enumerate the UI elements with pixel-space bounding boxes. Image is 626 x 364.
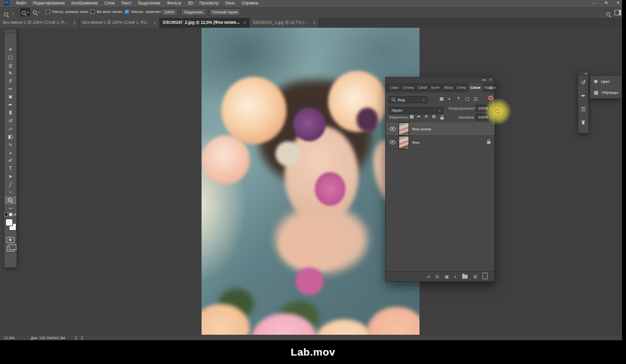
close-panel-icon[interactable]: ✕ <box>489 78 492 82</box>
close-tab-icon[interactable]: ✕ <box>153 18 156 28</box>
eyedropper-tool[interactable]: ✑ <box>4 85 16 93</box>
history-panel-icon[interactable]: ↺ <box>578 76 588 89</box>
menu-filter[interactable]: Фильтр <box>167 0 181 5</box>
tool-preset-chevron-icon[interactable]: ∨ <box>12 11 14 15</box>
close-tab-icon[interactable]: ✕ <box>73 18 76 28</box>
checkbox-icon[interactable] <box>90 9 95 14</box>
doc-tab-3-active[interactable]: DSC00247_2.jpg @ 12,5% (Фон копия, Lab/8… <box>160 18 250 28</box>
healing-brush-tool[interactable]: ✖ <box>4 93 16 101</box>
checkbox-icon[interactable] <box>46 9 50 14</box>
filter-type-layers-icon[interactable]: T <box>457 96 460 101</box>
tab-paragraph[interactable]: Абза <box>442 83 455 92</box>
menu-layers[interactable]: Слои <box>104 0 115 5</box>
marquee-tool[interactable]: ▢ <box>4 54 16 61</box>
blend-mode-dropdown[interactable]: Экран∨ <box>389 107 443 114</box>
menu-file[interactable]: Файл <box>16 0 26 5</box>
crop-tool[interactable]: # <box>4 77 16 85</box>
layers-panel-titlebar[interactable]: ◂◂ ✕ <box>386 77 494 83</box>
actual-size-button[interactable]: 100% <box>161 8 178 16</box>
close-tab-icon[interactable]: ✕ <box>313 18 316 28</box>
foreground-color-swatch[interactable] <box>5 219 13 226</box>
swap-colors-icon[interactable]: ⇄ <box>13 213 16 217</box>
workspace-switcher-icon[interactable] <box>615 10 621 15</box>
history-brush-tool[interactable]: ↺ <box>4 117 16 125</box>
filter-pixel-layers-icon[interactable]: ▦ <box>439 96 444 101</box>
quick-mask-button[interactable] <box>6 237 14 243</box>
resize-windows-checkbox[interactable]: Настр. размер окон <box>46 9 88 14</box>
menu-select[interactable]: Выделение <box>138 0 160 5</box>
lock-transparency-icon[interactable]: ▦ <box>410 114 414 119</box>
menu-image[interactable]: Изображение <box>71 0 98 5</box>
menu-help[interactable]: Справка <box>241 0 258 5</box>
color-panel-button[interactable]: ✾ Цвет <box>590 76 622 87</box>
swatches-panel-button[interactable]: ▦ Образцы <box>590 87 622 98</box>
close-tab-icon[interactable]: ✕ <box>243 18 246 28</box>
doc-tab-1[interactable]: Без имени-1 @ 100% (Слой 1, RGB/8#) * ✕ <box>0 18 79 28</box>
quick-selection-tool[interactable]: ✎ <box>4 69 16 77</box>
lock-paint-icon[interactable]: ✒ <box>417 114 421 119</box>
panel-menu-icon[interactable]: ≣ <box>488 83 492 92</box>
type-tool[interactable]: T <box>4 165 16 173</box>
fit-screen-button[interactable]: Подогнать <box>181 8 207 16</box>
link-layers-icon[interactable]: ∞ <box>427 272 430 282</box>
add-layer-mask-icon[interactable]: ▣ <box>445 272 449 282</box>
tab-actions[interactable]: Опер <box>455 83 468 92</box>
move-tool[interactable]: ✛ <box>4 46 16 54</box>
zoom-level-field[interactable]: 12,5% <box>4 336 14 340</box>
brush-settings-panel-icon[interactable]: ✒ <box>578 89 588 103</box>
eraser-tool[interactable]: ▱ <box>4 125 16 133</box>
lock-position-icon[interactable]: ✛ <box>424 114 428 119</box>
layer-style-fx-icon[interactable]: fx <box>435 272 439 282</box>
tab-styles[interactable]: Стиль <box>401 83 416 92</box>
toolbar-grip[interactable]: ⋯ <box>4 29 16 34</box>
clone-source-panel-icon[interactable]: ♜ <box>578 116 588 129</box>
zoom-out-button[interactable]: − <box>31 8 41 16</box>
filter-adjustment-layers-icon[interactable]: ◐ <box>448 96 451 101</box>
tool-presets-panel-icon[interactable]: ☰ <box>578 103 588 116</box>
new-layer-icon[interactable]: ⊞ <box>473 272 477 282</box>
doc-tab-2[interactable]: Без имени-1 @ 100% (Слой 1, RGB/8#) * ✕ <box>79 18 160 28</box>
layer-thumbnail[interactable] <box>399 122 409 136</box>
screen-mode-button[interactable] <box>7 246 14 251</box>
menu-type[interactable]: Текст <box>121 0 132 5</box>
lock-artboard-icon[interactable]: ⊞ <box>432 114 436 119</box>
lasso-tool[interactable]: ϱ <box>4 61 16 69</box>
default-colors-icon[interactable]: ⇄ <box>4 212 16 217</box>
doc-tab-4[interactable]: DSC00247_2.jpg @ 16,7% (RGB/8) * ✕ <box>250 18 319 28</box>
menu-window[interactable]: Окно <box>225 0 235 5</box>
pen-tool[interactable]: ✐ <box>4 157 16 165</box>
brush-tool[interactable]: ✒ <box>4 101 16 109</box>
filter-type-dropdown[interactable]: Вид ∨ <box>389 96 427 103</box>
status-next-icon[interactable]: ❯ <box>74 336 77 340</box>
menu-3d[interactable]: 3D <box>188 0 193 5</box>
more-tools-button[interactable]: ••• <box>4 204 16 212</box>
filter-shape-layers-icon[interactable]: ▢ <box>465 96 470 101</box>
fill-screen-button[interactable]: Полный экран <box>209 8 240 16</box>
smudge-tool[interactable]: ∿ <box>4 141 16 149</box>
lock-all-icon[interactable] <box>440 117 444 120</box>
menu-view[interactable]: Просмотр <box>200 0 219 5</box>
close-button[interactable]: ✕ <box>614 0 623 6</box>
filter-smart-objects-icon[interactable]: ◱ <box>474 96 478 101</box>
layer-row-fon[interactable]: Фон <box>386 136 494 149</box>
layer-thumbnail[interactable] <box>399 136 409 149</box>
canvas-pasteboard[interactable] <box>0 28 622 335</box>
clone-stamp-tool[interactable]: ♜ <box>4 109 16 117</box>
path-selection-tool[interactable]: ➤ <box>4 173 16 181</box>
adjustment-layer-icon[interactable]: ◐ <box>454 272 457 282</box>
new-group-icon[interactable] <box>462 275 468 279</box>
tab-links[interactable]: Связ <box>388 83 401 92</box>
zoom-tool-selected[interactable] <box>4 196 16 204</box>
restore-button[interactable]: ⧉ <box>602 0 611 6</box>
dodge-tool[interactable]: ◒ <box>4 149 16 157</box>
tab-paths[interactable]: Конт <box>429 83 442 92</box>
checkbox-checked-icon[interactable] <box>125 9 129 14</box>
foreground-background-swatches[interactable] <box>4 218 16 235</box>
hand-tool[interactable]: ☜ <box>4 188 16 196</box>
visibility-eye-icon[interactable] <box>390 127 396 131</box>
zoom-in-button[interactable]: + <box>20 8 30 16</box>
collapse-panel-icon[interactable]: ◂◂ <box>482 78 486 82</box>
minimize-button[interactable]: – <box>590 0 599 6</box>
gradient-tool[interactable]: ◧ <box>4 133 16 141</box>
tab-properties[interactable]: Свой <box>416 83 429 92</box>
